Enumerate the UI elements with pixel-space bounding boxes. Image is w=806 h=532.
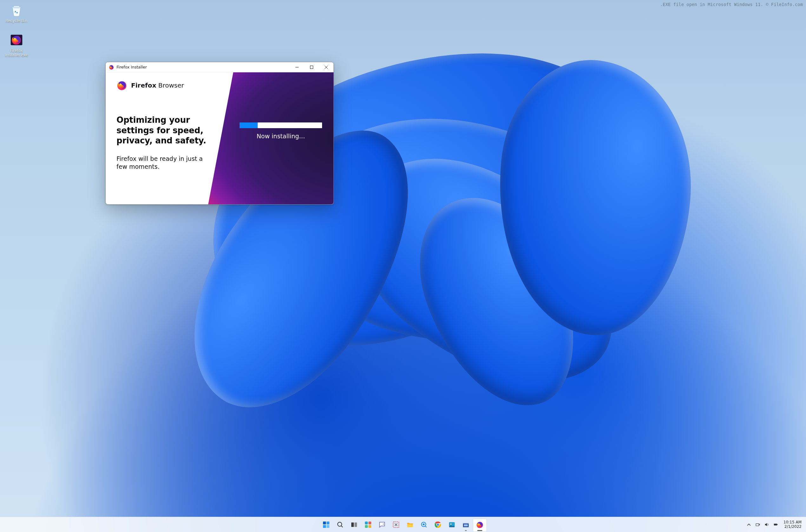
- taskbar-task-view[interactable]: [348, 519, 361, 532]
- svg-point-17: [383, 524, 384, 525]
- svg-point-10: [338, 522, 342, 526]
- taskbar-chrome[interactable]: [431, 519, 445, 532]
- svg-rect-32: [777, 524, 777, 525]
- desktop-icon-recycle-bin[interactable]: Recycle Bin: [3, 1, 30, 25]
- svg-rect-28: [464, 525, 468, 526]
- minimize-button[interactable]: [290, 62, 304, 72]
- taskbar-photos[interactable]: [445, 519, 458, 532]
- installer-subtext: Firefox will be ready in just a few mome…: [116, 155, 215, 171]
- svg-rect-7: [326, 521, 330, 525]
- recycle-bin-icon: [9, 2, 24, 18]
- taskbar[interactable]: 10:15 AM 2/1/2022: [0, 517, 806, 532]
- tips-icon: [420, 521, 428, 530]
- power-icon[interactable]: [773, 522, 779, 528]
- chrome-icon: [434, 521, 442, 530]
- taskbar-file-explorer[interactable]: [403, 519, 417, 532]
- svg-rect-9: [326, 525, 330, 528]
- svg-rect-4: [310, 66, 313, 69]
- window-title-text: Firefox Installer: [116, 65, 147, 70]
- firefox-installer-window[interactable]: Firefox Installer: [105, 62, 334, 205]
- svg-rect-8: [323, 525, 326, 528]
- taskbar-tips[interactable]: [417, 519, 431, 532]
- search-icon: [336, 521, 344, 530]
- clock-time: 10:15 AM: [784, 520, 802, 525]
- system-tray[interactable]: 10:15 AM 2/1/2022: [746, 517, 806, 532]
- svg-rect-11: [351, 522, 354, 527]
- firefox-icon: [109, 65, 114, 70]
- close-button[interactable]: [319, 62, 334, 72]
- desktop-icon-firefox-installer[interactable]: Firefox Installer.exe: [3, 31, 30, 59]
- svg-rect-6: [323, 521, 326, 525]
- watermark-text: .EXE file open in Microsoft Windows 11. …: [660, 2, 803, 7]
- taskbar-chat[interactable]: [375, 519, 389, 532]
- taskbar-clock[interactable]: 10:15 AM 2/1/2022: [782, 520, 802, 529]
- svg-rect-16: [369, 525, 371, 528]
- desktop-icon-label: Recycle Bin: [5, 19, 27, 23]
- taskbar-app-window[interactable]: [459, 519, 472, 532]
- install-progress-fill: [240, 122, 258, 128]
- taskbar-center: [318, 517, 488, 532]
- taskbar-snip[interactable]: [389, 519, 403, 532]
- svg-point-20: [423, 524, 425, 525]
- firefox-icon: [476, 521, 484, 530]
- app-window-icon: [462, 521, 470, 530]
- desktop-icons: Recycle Bin Firefox Installer.exe: [3, 1, 30, 59]
- window-controls: [290, 62, 334, 72]
- svg-rect-31: [774, 524, 777, 526]
- start-icon: [322, 521, 330, 530]
- task-view-icon: [350, 521, 358, 530]
- svg-point-25: [450, 524, 452, 525]
- window-body: Firefox Browser Optimizing your settings…: [106, 72, 334, 204]
- svg-rect-14: [369, 521, 371, 525]
- firefox-logo-icon: [116, 80, 127, 91]
- svg-rect-12: [354, 522, 357, 527]
- photos-icon: [448, 521, 456, 530]
- svg-rect-15: [365, 525, 368, 528]
- install-status-text: Now installing…: [240, 133, 322, 139]
- installer-headline: Optimizing your settings for speed, priv…: [116, 115, 215, 146]
- svg-rect-30: [756, 524, 759, 526]
- clock-date: 2/1/2022: [784, 525, 802, 529]
- window-titlebar[interactable]: Firefox Installer: [106, 62, 334, 72]
- desktop[interactable]: .EXE file open in Microsoft Windows 11. …: [0, 0, 806, 532]
- firefox-brand: Firefox Browser: [116, 80, 215, 91]
- taskbar-start[interactable]: [320, 519, 333, 532]
- snip-icon: [392, 521, 400, 530]
- brand-text: Firefox Browser: [131, 81, 184, 89]
- taskbar-firefox-installer[interactable]: [473, 519, 486, 532]
- install-progress-bar: [240, 122, 322, 128]
- brand-word-firefox: Firefox: [131, 81, 156, 89]
- volume-icon[interactable]: [764, 522, 769, 528]
- maximize-button[interactable]: [304, 62, 319, 72]
- brand-word-browser: Browser: [158, 81, 184, 89]
- taskbar-widgets[interactable]: [361, 519, 375, 532]
- desktop-icon-label: Firefox Installer.exe: [4, 49, 29, 58]
- svg-rect-27: [463, 522, 469, 524]
- svg-rect-0: [14, 6, 19, 7]
- firefox-installer-icon: [9, 32, 24, 48]
- network-icon[interactable]: [755, 522, 761, 528]
- widgets-icon: [364, 521, 372, 530]
- folder-icon: [406, 521, 414, 530]
- tray-overflow-icon[interactable]: [746, 522, 752, 528]
- svg-rect-13: [365, 521, 368, 525]
- taskbar-search[interactable]: [334, 519, 347, 532]
- chat-icon: [378, 521, 386, 530]
